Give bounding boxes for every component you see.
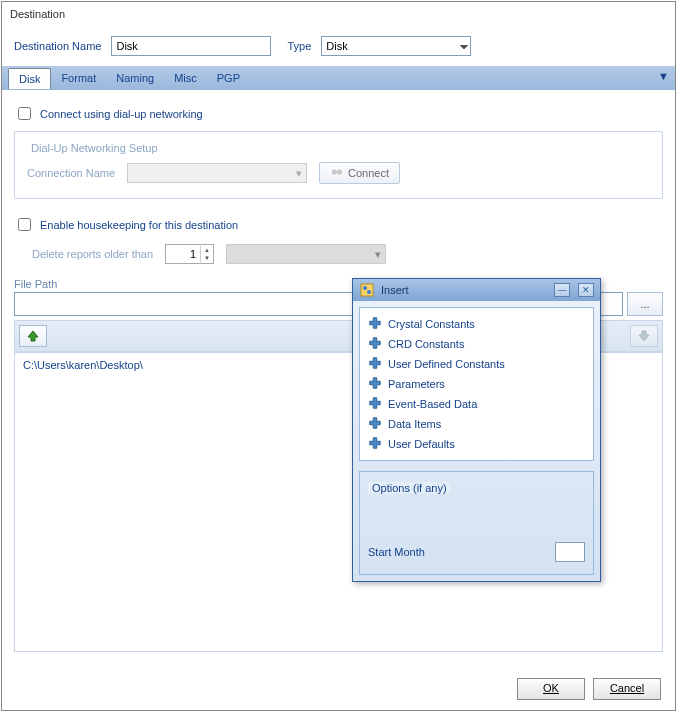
- delete-older-value[interactable]: [166, 245, 200, 263]
- item-parameters[interactable]: Parameters: [364, 374, 589, 394]
- ok-button[interactable]: OK: [517, 678, 585, 700]
- close-button[interactable]: ✕: [578, 283, 594, 297]
- puzzle-icon: [368, 356, 382, 372]
- move-down-button[interactable]: [630, 325, 658, 347]
- housekeeping-checkbox[interactable]: [18, 218, 31, 231]
- minimize-button[interactable]: —: [554, 283, 570, 297]
- arrow-up-icon: [27, 330, 39, 342]
- puzzle-icon: [368, 396, 382, 412]
- dialup-legend: Dial-Up Networking Setup: [27, 142, 162, 154]
- popup-app-icon: [359, 282, 375, 298]
- housekeeping-check-label: Enable housekeeping for this destination: [40, 219, 238, 231]
- svg-point-4: [367, 290, 371, 294]
- dialup-checkbox[interactable]: [18, 107, 31, 120]
- item-crystal-constants[interactable]: Crystal Constants: [364, 314, 589, 334]
- item-user-defined-constants[interactable]: User Defined Constants: [364, 354, 589, 374]
- tab-format[interactable]: Format: [51, 68, 106, 88]
- options-legend: Options (if any): [368, 482, 451, 494]
- tab-misc[interactable]: Misc: [164, 68, 207, 88]
- item-data-items[interactable]: Data Items: [364, 414, 589, 434]
- svg-point-0: [332, 169, 337, 174]
- conn-name-select: ▾: [127, 163, 307, 183]
- popup-titlebar[interactable]: Insert — ✕: [353, 279, 600, 301]
- spinner-down-icon[interactable]: ▼: [201, 254, 213, 262]
- cancel-button[interactable]: Cancel: [593, 678, 661, 700]
- item-user-defaults[interactable]: User Defaults: [364, 434, 589, 454]
- tab-naming[interactable]: Naming: [106, 68, 164, 88]
- options-fieldset: Options (if any) Start Month: [359, 471, 594, 575]
- start-month-input[interactable]: [555, 542, 585, 562]
- type-select[interactable]: Disk: [321, 36, 471, 56]
- insert-popup: Insert — ✕ Crystal Constants CRD Constan…: [352, 278, 601, 582]
- spinner-up-icon[interactable]: ▲: [201, 246, 213, 254]
- item-crd-constants[interactable]: CRD Constants: [364, 334, 589, 354]
- dest-name-label: Destination Name: [14, 40, 101, 52]
- dialup-fieldset: Dial-Up Networking Setup Connection Name…: [14, 131, 663, 199]
- delete-older-spinner[interactable]: ▲▼: [165, 244, 214, 264]
- puzzle-icon: [368, 416, 382, 432]
- puzzle-icon: [368, 316, 382, 332]
- tab-expand-icon[interactable]: ▼: [658, 70, 669, 82]
- svg-point-3: [363, 286, 367, 290]
- browse-button[interactable]: ...: [627, 292, 663, 316]
- puzzle-icon: [368, 436, 382, 452]
- destination-dialog: Destination Destination Name Type Disk D…: [1, 1, 676, 711]
- dest-name-input[interactable]: [111, 36, 271, 56]
- item-event-based-data[interactable]: Event-Based Data: [364, 394, 589, 414]
- dialog-title: Destination: [2, 2, 675, 26]
- move-up-button[interactable]: [19, 325, 47, 347]
- svg-rect-2: [361, 284, 373, 296]
- insert-list: Crystal Constants CRD Constants User Def…: [359, 307, 594, 461]
- tab-bar: Disk Format Naming Misc PGP ▼: [2, 66, 675, 90]
- dialup-check-label: Connect using dial-up networking: [40, 108, 203, 120]
- svg-point-1: [337, 169, 342, 174]
- conn-name-label: Connection Name: [27, 167, 115, 179]
- tab-disk[interactable]: Disk: [8, 68, 51, 89]
- connect-button[interactable]: Connect: [319, 162, 400, 184]
- start-month-label: Start Month: [368, 546, 425, 558]
- connect-icon: [330, 165, 344, 181]
- type-label: Type: [287, 40, 311, 52]
- delete-unit-select: ▾: [226, 244, 386, 264]
- dest-form-row: Destination Name Type Disk: [2, 26, 675, 66]
- puzzle-icon: [368, 376, 382, 392]
- puzzle-icon: [368, 336, 382, 352]
- popup-body: Crystal Constants CRD Constants User Def…: [353, 301, 600, 581]
- dialog-buttons: OK Cancel: [517, 678, 661, 700]
- arrow-down-icon: [638, 330, 650, 342]
- delete-older-label: Delete reports older than: [32, 248, 153, 260]
- popup-title-text: Insert: [381, 284, 546, 296]
- tab-pgp[interactable]: PGP: [207, 68, 250, 88]
